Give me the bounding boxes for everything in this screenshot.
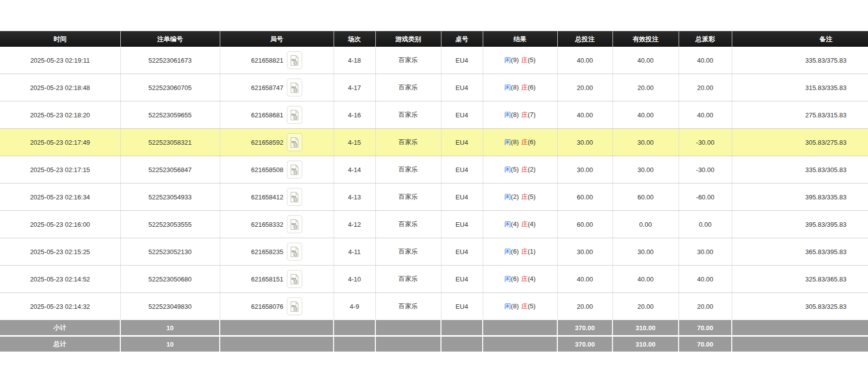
round-number: 621658412 — [251, 193, 283, 201]
cell-remark: 335.83/305.83 — [732, 156, 868, 183]
player-points: (6) — [511, 248, 519, 255]
cell-round-no: 621658747 — [220, 74, 334, 101]
cell-session: 4-10 — [334, 266, 375, 293]
round-no-group: 621658821 — [251, 51, 302, 69]
cell-valid-bet: 20.00 — [612, 74, 679, 101]
summary-empty-cell — [441, 336, 483, 353]
cell-table-no: EU4 — [441, 101, 483, 129]
round-number: 621658747 — [251, 84, 283, 91]
table-row[interactable]: 2025-05-23 02:17:15 522523056847 6216585… — [0, 156, 868, 183]
cell-result: 闲(5)庄(2) — [483, 156, 557, 183]
cell-session: 4-9 — [334, 293, 375, 320]
video-file-icon — [290, 219, 299, 230]
player-label: 闲 — [505, 111, 511, 118]
summary-empty-cell — [483, 336, 557, 353]
cell-time: 2025-05-23 02:18:20 — [0, 101, 120, 129]
round-number: 621658592 — [251, 139, 283, 146]
table-row[interactable]: 2025-05-23 02:19:11 522523061673 6216588… — [0, 47, 868, 74]
table-row[interactable]: 2025-05-23 02:16:00 522523053555 6216583… — [0, 211, 868, 238]
col-header-bet-no: 注单编号 — [120, 31, 220, 47]
table-row[interactable]: 2025-05-23 02:17:49 522523058321 6216585… — [0, 129, 868, 156]
cell-time: 2025-05-23 02:16:34 — [0, 183, 120, 211]
subtotal-label: 小计 — [0, 320, 120, 336]
video-replay-button[interactable] — [287, 297, 302, 315]
table-row[interactable]: 2025-05-23 02:14:32 522523049830 6216580… — [0, 293, 868, 320]
cell-bet-no: 522523050680 — [120, 266, 220, 293]
player-points: (8) — [511, 138, 519, 146]
table-row[interactable]: 2025-05-23 02:15:25 522523052130 6216582… — [0, 238, 868, 266]
video-replay-button[interactable] — [287, 161, 302, 179]
cell-bet-no: 522523053555 — [120, 211, 220, 238]
table-row[interactable]: 2025-05-23 02:14:52 522523050680 6216581… — [0, 266, 868, 293]
banker-label: 庄 — [521, 166, 528, 173]
summary-empty-cell — [220, 320, 334, 336]
cell-round-no: 621658235 — [220, 238, 334, 266]
cell-game-type: 百家乐 — [375, 101, 441, 129]
cell-session: 4-17 — [334, 74, 375, 101]
cell-session: 4-11 — [334, 238, 375, 266]
banker-label: 庄 — [521, 248, 528, 255]
cell-remark: 365.83/395.83 — [732, 238, 868, 266]
round-number: 621658821 — [251, 57, 283, 64]
col-header-remark: 备注 — [732, 31, 868, 47]
cell-bet-no: 522523061673 — [120, 47, 220, 74]
cell-valid-bet: 40.00 — [612, 266, 679, 293]
cell-time: 2025-05-23 02:14:32 — [0, 293, 120, 320]
video-replay-button[interactable] — [287, 243, 302, 261]
table-row[interactable]: 2025-05-23 02:18:48 522523060705 6216587… — [0, 74, 868, 101]
cell-game-type: 百家乐 — [375, 293, 441, 320]
banker-points: (4) — [528, 275, 536, 282]
video-replay-button[interactable] — [287, 79, 302, 96]
cell-total-bet: 30.00 — [557, 238, 612, 266]
table-row[interactable]: 2025-05-23 02:18:20 522523059655 6216586… — [0, 101, 868, 129]
cell-remark: 325.83/365.83 — [732, 266, 868, 293]
player-points: (2) — [511, 193, 519, 200]
video-file-icon — [290, 274, 299, 285]
col-header-table-no: 桌号 — [441, 31, 483, 47]
player-label: 闲 — [505, 193, 511, 200]
cell-valid-bet: 0.00 — [612, 211, 679, 238]
table-summary: 小计 10 370.00 310.00 70.00 总计 10 — [0, 320, 868, 353]
cell-total-payout: 20.00 — [679, 293, 732, 320]
banker-points: (5) — [528, 302, 536, 310]
video-replay-button[interactable] — [287, 188, 302, 206]
video-replay-button[interactable] — [287, 106, 302, 124]
player-label: 闲 — [505, 84, 511, 91]
bet-records-table-container: 时间 注单编号 局号 场次 游戏类别 桌号 结果 总投注 有效投注 总派彩 备注 — [0, 31, 868, 353]
round-number: 621658508 — [251, 166, 283, 174]
video-file-icon — [290, 55, 299, 66]
cell-session: 4-18 — [334, 47, 375, 74]
banker-label: 庄 — [521, 111, 528, 118]
cell-total-bet: 40.00 — [557, 47, 612, 74]
banker-points: (5) — [528, 56, 536, 64]
video-replay-button[interactable] — [287, 215, 302, 233]
cell-table-no: EU4 — [441, 74, 483, 101]
video-replay-button[interactable] — [287, 270, 302, 288]
table-row[interactable]: 2025-05-23 02:16:34 522523054933 6216584… — [0, 183, 868, 211]
cell-total-payout: 0.00 — [679, 211, 732, 238]
video-replay-button[interactable] — [287, 51, 302, 69]
banker-label: 庄 — [521, 193, 528, 200]
banker-points: (7) — [528, 111, 536, 118]
banker-label: 庄 — [521, 56, 528, 64]
cell-game-type: 百家乐 — [375, 183, 441, 211]
summary-empty-cell — [375, 320, 441, 336]
cell-time: 2025-05-23 02:14:52 — [0, 266, 120, 293]
video-replay-button[interactable] — [287, 133, 302, 151]
cell-table-no: EU4 — [441, 211, 483, 238]
cell-remark: 395.83/335.83 — [732, 183, 868, 211]
player-label: 闲 — [505, 220, 511, 228]
cell-result: 闲(6)庄(4) — [483, 266, 557, 293]
round-no-group: 621658747 — [251, 79, 302, 96]
cell-result: 闲(8)庄(6) — [483, 74, 557, 101]
cell-session: 4-13 — [334, 183, 375, 211]
cell-round-no: 621658821 — [220, 47, 334, 74]
cell-valid-bet: 40.00 — [612, 101, 679, 129]
col-header-total-bet: 总投注 — [557, 31, 612, 47]
banker-label: 庄 — [521, 220, 528, 228]
cell-table-no: EU4 — [441, 47, 483, 74]
round-number: 621658681 — [251, 111, 283, 119]
banker-label: 庄 — [521, 302, 528, 310]
cell-game-type: 百家乐 — [375, 129, 441, 156]
summary-empty-cell — [375, 336, 441, 353]
